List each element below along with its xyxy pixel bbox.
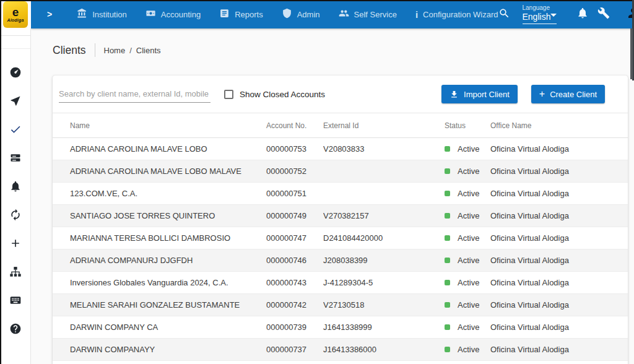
cell-office-name: Oficina Virtual Alodiga: [490, 138, 628, 160]
cell-status: Active: [445, 339, 490, 361]
sidebar-item-keyboard-shortcuts[interactable]: [9, 294, 22, 309]
status-dot: [445, 235, 450, 241]
cell-account-no: 000000752: [266, 160, 323, 183]
table-row[interactable]: SANTIAGO JOSE TORRES QUINTERO 000000749 …: [53, 205, 628, 227]
cell-office-name: Oficina Virtual Alodiga: [490, 294, 628, 316]
cell-status: Active: [445, 272, 490, 294]
wrench-icon[interactable]: [597, 7, 610, 22]
nav-item-configuration-wizard[interactable]: i Configuration Wizard: [415, 10, 498, 19]
nav-item-label: Configuration Wizard: [423, 10, 498, 19]
nav-item-reports[interactable]: Reports: [219, 8, 263, 20]
table-row[interactable]: ADRIANA CAROLINA MALAVE LOBO 000000753 V…: [53, 138, 628, 160]
client-search-input[interactable]: [59, 86, 211, 103]
table-header-row: Name Account No. External Id Status Offi…: [53, 113, 628, 138]
status-badge: Active: [458, 167, 479, 176]
cell-external-id: D241084420000: [323, 227, 445, 249]
cell-external-id: [323, 183, 445, 205]
status-badge: Active: [458, 144, 479, 154]
nav-item-label: Reports: [235, 10, 263, 19]
sidebar-item-sync[interactable]: [9, 209, 22, 223]
sidebar-item-add[interactable]: [9, 237, 22, 252]
table-row[interactable]: MARIANNA TERESA BOLLICI DAMBROSIO 000000…: [53, 227, 628, 249]
cell-status: Active: [445, 227, 490, 249]
logo-cell: e Alodiga: [0, 0, 31, 28]
checkbox-label: Show Closed Accounts: [240, 90, 325, 99]
nav-item-label: Institution: [92, 10, 127, 19]
status-badge: Active: [458, 233, 479, 243]
table-row[interactable]: MELANIE SARAHI GONZALEZ BUSTAMANTE 00000…: [53, 294, 628, 316]
create-client-button[interactable]: + Create Client: [531, 85, 605, 103]
sidebar-item-checker-inbox[interactable]: [9, 123, 22, 138]
cell-account-no: 000000739: [266, 316, 323, 339]
nav-item-admin[interactable]: Admin: [282, 8, 320, 20]
title-divider: [95, 43, 95, 57]
plus-icon: +: [539, 89, 545, 99]
nav-item-self-service[interactable]: Self Service: [339, 8, 397, 20]
cell-account-no: 000000751: [266, 183, 323, 205]
cell-client-name: DARWIN COMPANAYY: [53, 339, 266, 361]
breadcrumb-current: Clients: [136, 46, 161, 55]
status-dot: [445, 280, 450, 285]
cell-status: Active: [445, 249, 490, 272]
import-client-button[interactable]: Import Client: [441, 85, 518, 103]
status-dot: [445, 258, 450, 263]
sidebar-collapse-chevron-icon[interactable]: >: [47, 9, 52, 19]
sidebar-item-navigation[interactable]: [9, 95, 22, 110]
logo-text: Alodiga: [7, 18, 24, 22]
breadcrumb-separator: /: [129, 46, 132, 55]
chevron-down-icon: [550, 14, 557, 17]
table-row[interactable]: ADRIANA COMPANURJ DJGFDH 000000746 J2080…: [53, 249, 628, 272]
top-navbar: > Institution Accounting Reports Admin S…: [31, 0, 634, 28]
search-icon[interactable]: [498, 7, 510, 22]
cell-status: Active: [445, 294, 490, 316]
table-row[interactable]: 123.COM.VE, C.A. 000000751 Active Oficin…: [53, 183, 628, 205]
status-dot: [445, 213, 450, 219]
cell-external-id: [323, 160, 445, 183]
shield-icon: [282, 8, 292, 20]
cell-client-name: 123.COM.VE, C.A.: [53, 183, 266, 205]
sidebar-item-notifications[interactable]: [9, 180, 22, 195]
breadcrumb-home[interactable]: Home: [104, 46, 126, 55]
status-dot: [445, 324, 450, 330]
language-select[interactable]: Language English: [523, 4, 557, 24]
sidebar-item-org-hierarchy[interactable]: [9, 266, 22, 280]
breadcrumb: Home / Clients: [104, 46, 161, 55]
cell-office-name: Oficina Virtual Alodiga: [490, 205, 628, 227]
sidebar-item-dashboard[interactable]: [9, 66, 22, 81]
status-badge: Active: [458, 211, 479, 220]
cell-account-no: 000000743: [266, 272, 323, 294]
cell-status: Active: [445, 160, 490, 183]
cell-status: Active: [445, 183, 490, 205]
show-closed-accounts-toggle[interactable]: Show Closed Accounts: [224, 90, 325, 99]
table-row[interactable]: ADRIANA CAROLINA MALAVE LOBO MALAVE 0000…: [53, 160, 628, 183]
report-icon: [219, 8, 230, 20]
cell-status: Active: [445, 138, 490, 160]
alodiga-logo[interactable]: e Alodiga: [3, 1, 28, 28]
language-value: English: [523, 12, 551, 22]
page-head: Clients Home / Clients: [53, 43, 634, 58]
cash-icon: [145, 8, 156, 20]
nav-item-institution[interactable]: Institution: [77, 8, 127, 20]
status-badge: Active: [458, 256, 479, 265]
bank-icon: [77, 8, 87, 20]
table-row[interactable]: DARWIN COMPANAYY 000000737 J16413386000 …: [53, 339, 628, 361]
cell-external-id: J-41289304-5: [323, 272, 445, 294]
column-header-status: Status: [445, 113, 490, 138]
nav-item-accounting[interactable]: Accounting: [145, 8, 201, 20]
clients-table: Name Account No. External Id Status Offi…: [53, 113, 628, 361]
sidebar-item-accounts[interactable]: [9, 152, 22, 167]
table-row[interactable]: Inversiones Globales Vanguardia 2024, C.…: [53, 272, 628, 294]
status-badge: Active: [458, 189, 479, 198]
notifications-bell-icon[interactable]: [576, 7, 589, 22]
cell-office-name: Oficina Virtual Alodiga: [490, 249, 628, 272]
cell-office-name: Oficina Virtual Alodiga: [490, 183, 628, 205]
checkbox-icon[interactable]: [224, 90, 233, 99]
status-dot: [445, 347, 450, 352]
vertical-scrollbar[interactable]: [630, 28, 633, 79]
status-badge: Active: [458, 323, 479, 332]
cell-account-no: 000000747: [266, 227, 323, 249]
sidebar-item-help[interactable]: [9, 323, 22, 337]
status-badge: Active: [458, 345, 479, 354]
table-row[interactable]: DARWIN COMPANY CA 000000739 J1641338999 …: [53, 316, 628, 339]
cell-office-name: Oficina Virtual Alodiga: [490, 339, 628, 361]
